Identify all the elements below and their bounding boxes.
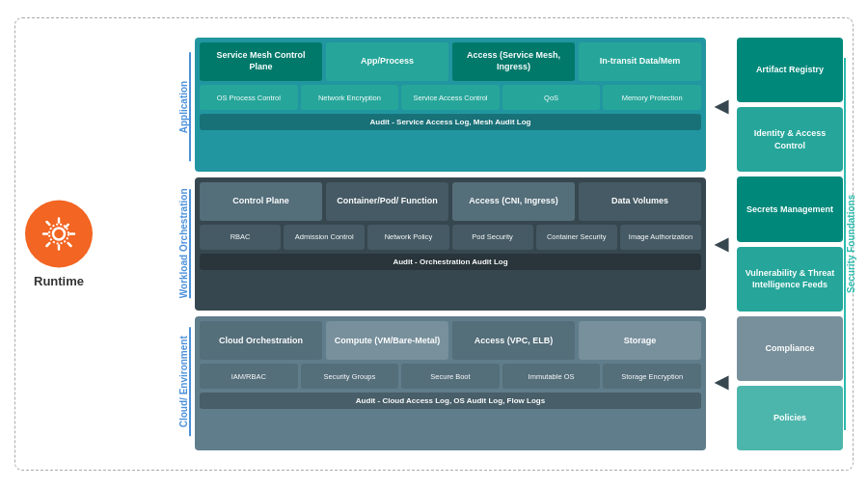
- rf-identity-access: Identity & Access Control: [737, 107, 843, 172]
- security-foundations-label: Security Foundations: [846, 38, 856, 450]
- arrow-wl: ◀: [715, 233, 728, 255]
- left-labels-column: Application Workload Orchestration Cloud…: [122, 38, 189, 450]
- runtime-section: Runtime: [25, 201, 93, 288]
- right-panel: Artifact Registry Identity & Access Cont…: [737, 38, 843, 450]
- wl-sub-container-sec: Container Security: [536, 225, 617, 250]
- app-sub-memory: Memory Protection: [603, 85, 701, 110]
- wl-sub-network-policy: Network Policy: [367, 225, 448, 250]
- cl-audit-bar: Audit - Cloud Access Log, OS Audit Log, …: [200, 393, 701, 409]
- application-sub-cells: OS Process Control Network Encryption Se…: [200, 85, 701, 110]
- cl-cell-compute: Compute (VM/Bare-Metal): [326, 321, 448, 360]
- cl-cell-access: Access (VPC, ELB): [452, 321, 575, 360]
- runtime-icon: [40, 215, 78, 254]
- wl-cell-container-pod: Container/Pod/ Function: [326, 182, 448, 221]
- app-sub-network-enc: Network Encryption: [301, 85, 399, 110]
- wl-cell-control-plane: Control Plane: [200, 182, 322, 221]
- rf-secrets-mgmt: Secrets Management: [737, 176, 843, 241]
- label-workload: Workload Orchestration: [178, 176, 189, 312]
- cloud-sub-cells: IAM/RBAC Security Groups Secure Boot Imm…: [200, 364, 701, 389]
- cloud-cells-top: Cloud Orchestration Compute (VM/Bare-Met…: [200, 321, 701, 360]
- app-sub-os-process: OS Process Control: [200, 85, 298, 110]
- app-sub-qos: QoS: [502, 85, 601, 110]
- rows-container: Service Mesh Control Plane App/Process A…: [195, 38, 706, 450]
- rf-artifact-registry: Artifact Registry: [737, 38, 843, 102]
- wl-sub-admission: Admission Control: [284, 225, 365, 250]
- label-cloud: Cloud/ Environment: [178, 313, 189, 449]
- wl-cell-data-volumes: Data Volumes: [579, 182, 701, 221]
- wl-sub-image-auth: Image Authorization: [620, 225, 701, 250]
- label-application: Application: [178, 39, 189, 175]
- workload-cells-top: Control Plane Container/Pod/ Function Ac…: [200, 182, 701, 221]
- wl-audit-bar: Audit - Orchestration Audit Log: [200, 254, 701, 270]
- cl-sub-iam: IAM/RBAC: [200, 364, 298, 389]
- arrow-column: ◀ ◀ ◀: [712, 38, 731, 450]
- arrow-cl: ◀: [715, 371, 728, 393]
- app-cell-service-mesh: Service Mesh Control Plane: [200, 42, 322, 81]
- app-cell-app-process: App/Process: [326, 42, 448, 81]
- svg-point-0: [53, 229, 65, 240]
- arrow-app: ◀: [715, 95, 728, 117]
- wl-sub-pod-security: Pod Security: [452, 225, 533, 250]
- cloud-row: Cloud Orchestration Compute (VM/Bare-Met…: [195, 316, 706, 450]
- app-cell-access: Access (Service Mesh, Ingress): [452, 42, 575, 81]
- wl-cell-access: Access (CNI, Ingress): [452, 182, 575, 221]
- workload-sub-cells: RBAC Admission Control Network Policy Po…: [200, 225, 701, 250]
- cl-sub-storage-enc: Storage Encryption: [603, 364, 701, 389]
- application-cells-top: Service Mesh Control Plane App/Process A…: [200, 42, 701, 81]
- app-sub-service-access: Service Access Control: [401, 85, 500, 110]
- runtime-icon-circle: [25, 201, 93, 268]
- cl-sub-immutable-os: Immutable OS: [502, 364, 601, 389]
- main-diagram-container: Runtime Application Workload Orchestrati…: [14, 17, 854, 471]
- cl-cell-storage: Storage: [579, 321, 701, 360]
- cl-sub-secure-boot: Secure Boot: [401, 364, 500, 389]
- rf-policies: Policies: [737, 386, 843, 450]
- workload-row: Control Plane Container/Pod/ Function Ac…: [195, 177, 706, 312]
- runtime-label: Runtime: [34, 274, 84, 288]
- cl-sub-security-groups: Security Groups: [301, 364, 399, 389]
- rf-compliance: Compliance: [737, 316, 843, 381]
- wl-sub-rbac: RBAC: [200, 225, 281, 250]
- application-row: Service Mesh Control Plane App/Process A…: [195, 38, 706, 172]
- app-cell-transit: In-transit Data/Mem: [579, 42, 701, 81]
- rf-vulnerability: Vulnerability & Threat Intelligence Feed…: [737, 247, 843, 312]
- app-audit-bar: Audit - Service Access Log, Mesh Audit L…: [200, 114, 701, 130]
- cl-cell-cloud-orch: Cloud Orchestration: [200, 321, 322, 360]
- diagram-area: Application Workload Orchestration Cloud…: [122, 28, 843, 460]
